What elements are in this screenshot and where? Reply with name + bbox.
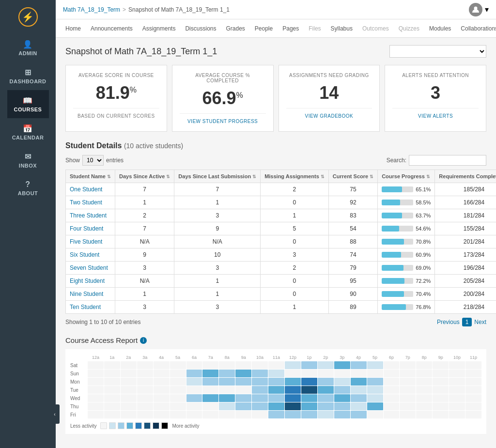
- tab-assignments[interactable]: Assignments: [138, 21, 181, 36]
- tab-collaborations[interactable]: Collaborations: [456, 21, 496, 36]
- sidebar-item-dashboard[interactable]: ⊞DASHBOARD: [7, 62, 49, 90]
- table-controls: Show 10 entries Search:: [65, 155, 486, 166]
- heatmap-hour-label: 11p: [465, 354, 481, 361]
- next-button[interactable]: Next: [474, 319, 486, 325]
- progress: 65.1%: [378, 183, 435, 196]
- stat-divider-3: [392, 108, 479, 108]
- progress-label: 70.8%: [416, 239, 431, 245]
- student-link-2[interactable]: Three Student: [70, 212, 107, 219]
- col-missing-assignments[interactable]: Missing Assignments⇅: [261, 170, 329, 183]
- col-days-since-active[interactable]: Days Since Active⇅: [115, 170, 174, 183]
- heatmap-cell: [285, 370, 301, 377]
- progress-label: 72.2%: [416, 278, 431, 284]
- col-student-name[interactable]: Student Name⇅: [66, 170, 115, 183]
- tab-modules[interactable]: Modules: [424, 21, 456, 36]
- sidebar-item-about[interactable]: ?ABOUT: [7, 174, 49, 202]
- heatmap-cell: [137, 361, 153, 369]
- tab-pages[interactable]: Pages: [278, 21, 304, 36]
- heatmap-cell: [88, 370, 104, 377]
- progress-bar-bg: [382, 200, 413, 205]
- heatmap-cell: [400, 402, 416, 410]
- stat-link-3[interactable]: VIEW ALERTS: [418, 113, 453, 119]
- heatmap-cell: [449, 378, 465, 386]
- col-days-since-last-submission[interactable]: Days Since Last Submission⇅: [174, 170, 261, 183]
- heatmap-cell: [268, 394, 284, 402]
- heatmap-cell: [400, 370, 416, 377]
- search-input[interactable]: [409, 155, 486, 166]
- sidebar-item-calendar[interactable]: 📅CALENDAR: [7, 118, 49, 146]
- tab-discussions[interactable]: Discussions: [180, 21, 221, 36]
- heatmap-cell: [170, 394, 186, 402]
- heatmap-cell: [186, 386, 202, 394]
- student-link-3[interactable]: Four Student: [70, 225, 103, 232]
- student-name: Four Student: [66, 222, 115, 235]
- student-link-5[interactable]: Six Student: [70, 251, 99, 258]
- days-active: 9: [115, 248, 174, 262]
- heatmap-cell: [104, 386, 120, 394]
- heatmap-cell: [219, 370, 235, 377]
- breadcrumb-link[interactable]: Math 7A_18_19_Term: [63, 6, 120, 13]
- missing: 0: [261, 275, 329, 288]
- heatmap-hour-label: 7a: [202, 354, 218, 361]
- days-submission: N/A: [174, 235, 261, 248]
- heatmap-cell: [121, 394, 137, 402]
- tab-syllabus[interactable]: Syllabus: [326, 21, 357, 36]
- score: 75: [328, 183, 377, 196]
- heatmap-day-label: Sat: [70, 361, 87, 369]
- progress-bar-bg: [382, 252, 413, 258]
- heatmap-cell: [88, 361, 104, 369]
- entries-select[interactable]: 10: [82, 155, 104, 166]
- student-link-0[interactable]: One Student: [70, 186, 102, 193]
- student-link-8[interactable]: Nine Student: [70, 291, 103, 297]
- heatmap-cell: [285, 361, 301, 369]
- student-link-1[interactable]: Two Student: [70, 199, 102, 206]
- progress: 70.4%: [378, 288, 435, 301]
- stat-link-1[interactable]: VIEW STUDENT PROGRESS: [187, 119, 258, 124]
- prev-button[interactable]: Previous: [437, 319, 460, 325]
- tab-people[interactable]: People: [250, 21, 278, 36]
- heatmap-cell: [186, 370, 202, 377]
- heatmap-cell: [301, 378, 317, 386]
- heatmap-cell: [154, 378, 170, 386]
- days-submission: 1: [174, 196, 261, 209]
- col-current-score[interactable]: Current Score⇅: [328, 170, 377, 183]
- sidebar-item-courses[interactable]: 📖COURSES: [7, 90, 49, 118]
- breadcrumb-separator: >: [123, 6, 126, 13]
- heatmap-cell: [219, 378, 235, 386]
- current-page[interactable]: 1: [462, 318, 472, 326]
- heatmap-hour-label: 3p: [334, 354, 350, 361]
- heatmap-cell: [252, 394, 268, 402]
- progress-bar-fill: [382, 291, 404, 297]
- student-details-title: Student Details (10 active students): [65, 141, 486, 150]
- heatmap-cell: [154, 411, 170, 418]
- heatmap-hour-label: 1p: [301, 354, 317, 361]
- sidebar-logo[interactable]: ⚡: [16, 5, 40, 29]
- tab-grades[interactable]: Grades: [221, 21, 249, 36]
- col-requirements-completed[interactable]: Requirements Completed⇅: [435, 170, 496, 183]
- info-icon[interactable]: i: [140, 337, 147, 344]
- sidebar-toggle[interactable]: ‹: [50, 404, 60, 424]
- days-submission: 10: [174, 248, 261, 262]
- stat-link-2[interactable]: VIEW GRADEBOOK: [305, 113, 353, 119]
- heatmap-cell: [252, 402, 268, 410]
- student-link-7[interactable]: Eight Student: [70, 278, 105, 284]
- sidebar-label-admin: ADMIN: [18, 50, 37, 56]
- sidebar-item-admin[interactable]: 👤ADMIN: [7, 34, 49, 62]
- student-link-9[interactable]: Ten Student: [70, 304, 101, 310]
- sidebar-item-inbox[interactable]: ✉INBOX: [7, 146, 49, 174]
- progress-bar-bg: [382, 226, 413, 232]
- heatmap-cell: [137, 394, 153, 402]
- student-name: Three Student: [66, 209, 115, 222]
- tab-home[interactable]: Home: [61, 21, 86, 36]
- col-course-progress[interactable]: Course Progress⇅: [378, 170, 435, 183]
- stat-label-2: ASSIGNMENTS NEED GRADING: [289, 73, 369, 78]
- heatmap-cell: [252, 386, 268, 394]
- heatmap-container: 12a1a2a3a4a5a6a7a8a9a10a11a12p1p2p3p4p5p…: [65, 349, 486, 434]
- table-row: Five Student N/A N/A 0 88 70.8% 201/284 …: [66, 235, 496, 248]
- student-link-6[interactable]: Seven Student: [70, 264, 108, 271]
- snapshot-select[interactable]: [389, 45, 486, 58]
- user-menu[interactable]: ▾: [469, 3, 489, 16]
- student-link-4[interactable]: Five Student: [70, 238, 102, 245]
- tab-announcements[interactable]: Announcements: [86, 21, 138, 36]
- stat-card-3: ALERTS NEED ATTENTION3VIEW ALERTS: [385, 65, 486, 132]
